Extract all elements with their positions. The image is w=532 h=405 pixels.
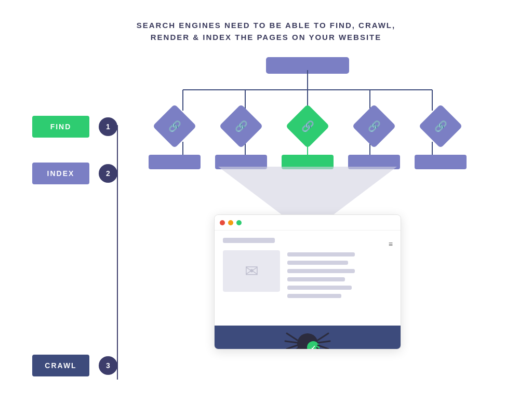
link-node-4: 🔗 <box>352 104 396 148</box>
title-line1: SEARCH ENGINES NEED TO BE ABLE TO FIND, … <box>137 20 395 32</box>
browser-dot-yellow <box>228 220 233 225</box>
title-line2: RENDER & INDEX THE PAGES ON YOUR WEBSITE <box>137 32 395 44</box>
browser-dot-red <box>220 220 225 225</box>
page-container: SEARCH ENGINES NEED TO BE ABLE TO FIND, … <box>0 0 532 405</box>
svg-line-17 <box>287 345 297 349</box>
link-nodes-row: 🔗 🔗 🔗 🔗 🔗 <box>141 111 474 142</box>
envelope-icon: ✉ <box>245 261 259 281</box>
label-crawl: CRAWL 3 <box>32 355 117 376</box>
browser-line-6 <box>287 294 341 298</box>
browser-line-1 <box>287 252 355 256</box>
link-icon-4: 🔗 <box>368 120 381 132</box>
link-icon-2: 🔗 <box>235 120 248 132</box>
svg-line-15 <box>287 333 297 340</box>
browser-line-3 <box>287 269 355 273</box>
find-label-box: FIND <box>32 116 89 138</box>
index-label-box: INDEX <box>32 163 89 184</box>
label-find: FIND 1 <box>32 116 117 138</box>
link-node-2: 🔗 <box>219 104 263 148</box>
tree-area: 🔗 🔗 🔗 🔗 🔗 <box>141 53 474 77</box>
page-node-1 <box>149 155 201 169</box>
svg-line-19 <box>318 333 328 340</box>
browser-menu-icon: ≡ <box>389 240 392 248</box>
spider-svg: ✓ <box>284 326 331 349</box>
find-num: 1 <box>99 117 117 136</box>
title-area: SEARCH ENGINES NEED TO BE ABLE TO FIND, … <box>137 20 395 43</box>
link-icon-5: 🔗 <box>434 120 447 132</box>
label-index: INDEX 2 <box>32 163 117 184</box>
browser-image-placeholder: ✉ <box>223 250 280 292</box>
left-labels: FIND 1 INDEX 2 CRAWL 3 <box>32 116 117 376</box>
root-node <box>266 57 349 74</box>
link-node-5: 🔗 <box>419 104 463 148</box>
link-icon-1: 🔗 <box>168 120 181 132</box>
browser-line-4 <box>287 277 345 281</box>
spider-container: ✓ <box>284 326 331 349</box>
link-icon-3: 🔗 <box>301 120 314 132</box>
browser-lines <box>287 250 355 302</box>
crawl-num: 3 <box>99 356 117 375</box>
svg-text:✓: ✓ <box>311 344 316 349</box>
browser-dot-green <box>236 220 242 225</box>
link-node-3: 🔗 <box>286 104 330 148</box>
link-node-1: 🔗 <box>153 104 197 148</box>
diagram-area: FIND 1 INDEX 2 CRAWL 3 <box>32 53 500 375</box>
browser-line-5 <box>287 286 352 290</box>
svg-line-16 <box>285 341 297 343</box>
page-node-5 <box>415 155 467 169</box>
browser-content: ≡ ✉ <box>215 231 401 309</box>
browser-search-bar <box>223 238 275 243</box>
browser-window: ≡ ✉ <box>214 214 401 349</box>
svg-line-20 <box>318 341 330 343</box>
browser-titlebar <box>215 215 401 231</box>
browser-line-2 <box>287 261 348 265</box>
svg-line-21 <box>318 345 328 349</box>
index-num: 2 <box>99 164 117 183</box>
crawl-label-box: CRAWL <box>32 355 89 376</box>
